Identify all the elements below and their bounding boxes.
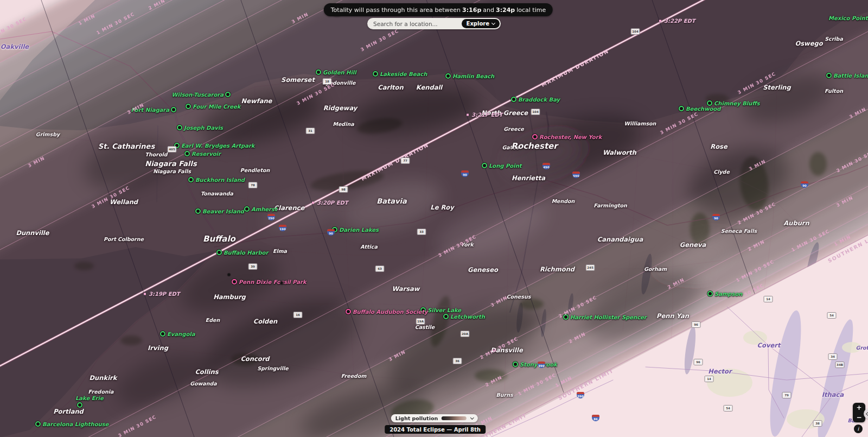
poi-dot-icon[interactable] [511,97,516,102]
search-input[interactable] [367,18,465,29]
route-shield: 63 [375,265,385,272]
city-label: Rose [710,143,727,150]
city-label: Auburn [783,219,809,227]
poi-dot-icon[interactable] [35,421,41,427]
poi-dot-icon[interactable] [445,73,451,79]
poi-label: Mexico Point Beach [828,15,868,21]
route-shield: 79 [782,392,792,398]
totality-banner: Totality will pass through this area bet… [324,3,553,16]
city-label: Oswego [795,40,822,47]
poi-label: Evangola [167,331,195,337]
poi-dot-icon[interactable] [482,163,487,168]
poi-dot-icon[interactable] [188,177,194,182]
poi-label: Amherst [251,206,277,212]
duration-contour-label: 2 MIN 30 SEC [737,201,777,226]
map-title: 2024 Total Eclipse — April 8th [390,427,481,433]
city-label: Hamburg [213,293,246,301]
eclipse-time-label: 3:20P EDT [312,200,348,206]
city-label: Pendleton [240,167,270,173]
city-label: Farmington [593,202,627,208]
interstate-shield: 86 [592,415,599,421]
interstate-shield: 90 [327,229,335,236]
duration-contour-label: 2 MIN [484,375,503,388]
poi-dot-icon[interactable] [244,206,250,212]
search-bar[interactable]: Explore [367,18,501,29]
poi-dot-icon[interactable] [171,107,176,112]
poi-label: Golden Hill [323,69,356,75]
city-label: Tonawanda [201,191,233,197]
city-label: Scriba [825,36,843,42]
duration-contour-label: 1 MIN 30 SEC [790,229,831,253]
city-label: Niagara Falls [145,160,196,168]
duration-contour-label: 3 MIN [748,159,767,172]
duration-contour-label: 3 MIN [490,295,508,308]
poi-dot-icon[interactable] [679,106,684,111]
city-label: Niagara Falls [153,168,191,174]
poi-dot-icon[interactable] [225,92,231,97]
poi-dot-icon[interactable] [216,250,222,255]
poi-dot-icon[interactable] [373,71,378,77]
route-shield: 19A [416,318,425,325]
city-label: Dunkirk [90,374,117,382]
poi-dot-icon[interactable] [316,69,321,75]
route-shield: 36 [453,358,462,364]
interstate-shield: 490 [542,163,550,169]
city-label: Henrietta [512,174,545,182]
eclipse-map-app: GrimsbySt. CatharinesThoroldNiagara Fall… [0,0,868,437]
city-label: Concord [240,355,269,363]
city-label: Conesus [507,294,531,300]
poi-label: Penn Dixie Fossil Park [239,279,307,285]
info-button[interactable]: i [854,425,863,433]
poi-dot-icon[interactable] [346,309,351,314]
poi-dot-icon[interactable] [443,314,449,319]
interstate-shield: 90 [712,214,720,220]
route-shield: 18 [323,78,332,85]
poi-dot-icon[interactable] [177,125,182,130]
city-label: Irving [148,344,168,352]
duration-contour-label: 3 MIN 30 SEC [117,414,157,437]
city-label: Burns [496,392,513,398]
zoom-in-button[interactable]: + [853,403,865,413]
poi-dot-icon[interactable] [532,134,538,140]
poi-label: Letchworth [450,314,485,320]
poi-dot-icon[interactable] [160,331,165,337]
city-label: Springville [257,365,289,371]
poi-dot-icon[interactable] [77,402,82,408]
city-label: Walworth [603,149,636,156]
route-shield: 104 [631,28,640,35]
poi-dot-icon[interactable] [232,279,237,284]
poi-dot-icon[interactable] [826,73,832,78]
city-label: Carlton [378,84,403,91]
city-label: Freedom [341,373,367,379]
city-label: Gowanda [190,381,217,387]
minor-poi-dot [228,274,231,276]
duration-contour-label: 3 MIN 30 SEC [659,111,699,136]
city-label: St. Catharines [98,142,155,150]
light-pollution-toggle[interactable]: Light pollution [391,414,478,422]
poi-label: Barcelona Lighthouse [42,421,108,427]
poi-dot-icon[interactable] [707,100,712,106]
time-marker-icon [144,293,146,295]
poi-dot-icon[interactable] [195,208,201,214]
route-shield: 31 [306,128,315,134]
duration-contour-label: 3 MIN [291,11,309,24]
poi-dot-icon[interactable] [513,362,518,367]
city-label: Gorham [644,266,667,272]
chevron-down-icon [470,416,474,420]
chevron-left-icon [866,411,868,415]
city-label: Clarence [274,204,304,212]
poi-dot-icon[interactable] [186,104,191,109]
poi-label: Sampson [714,291,742,297]
poi-label: Long Point [489,163,522,169]
city-label: Mendon [552,198,575,204]
poi-dot-icon[interactable] [184,151,190,156]
duration-contour-label: 1 MIN [554,375,573,388]
duration-contour-label: 2 MIN 30 SEC [835,149,868,174]
city-label: Covert [757,341,781,349]
route-shield: 96 [692,321,701,328]
poi-dot-icon[interactable] [707,291,713,296]
city-label: Geneva [680,241,706,249]
interstate-shield: 90 [461,170,469,177]
poi-label: Wilson-Tuscarora [172,92,224,98]
explore-button[interactable]: Explore [462,19,500,28]
